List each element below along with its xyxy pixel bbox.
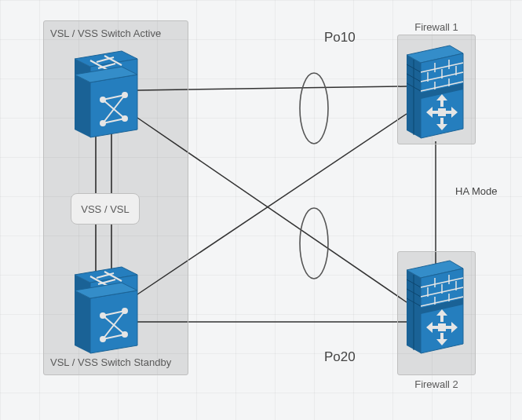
svg-point-9 xyxy=(300,73,328,144)
vss-vsl-box: VSS / VSL xyxy=(71,193,140,225)
group-switches-label-standby: VSL / VSS Switch Standby xyxy=(50,356,171,368)
group-switches-label-active: VSL / VSS Switch Active xyxy=(50,27,161,39)
svg-point-10 xyxy=(300,208,328,279)
label-po20: Po20 xyxy=(324,349,356,365)
group-firewall-1: Firewall 1 xyxy=(397,35,476,144)
group-firewall-2-label: Firewall 2 xyxy=(398,378,475,390)
label-ha-mode: HA Mode xyxy=(455,185,497,197)
group-firewall-2: Firewall 2 xyxy=(397,251,476,375)
diagram-canvas: VSL / VSS Switch Active VSL / VSS Switch… xyxy=(0,0,522,420)
group-firewall-1-label: Firewall 1 xyxy=(398,21,475,33)
label-po10: Po10 xyxy=(324,30,356,46)
vss-vsl-label: VSS / VSL xyxy=(81,203,129,215)
